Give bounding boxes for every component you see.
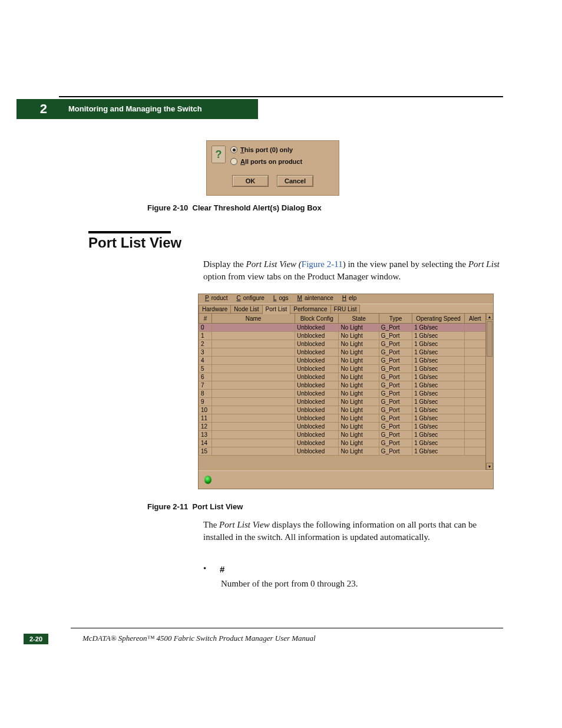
cell: Unblocked xyxy=(295,390,338,398)
cell: G_Port xyxy=(379,348,412,357)
cell: 0 xyxy=(199,324,212,332)
cell: Unblocked xyxy=(295,447,338,456)
question-icon: ? xyxy=(211,146,226,163)
cell: No Light xyxy=(339,357,379,365)
cell xyxy=(464,431,485,439)
port-table-area: # Name Block Config State Type Operating… xyxy=(199,313,493,470)
radio-all-ports[interactable]: All ports on product xyxy=(230,158,302,165)
table-row[interactable]: 13UnblockedNo LightG_Port1 Gb/sec xyxy=(199,431,486,439)
cell: 1 Gb/sec xyxy=(412,414,465,423)
tab-fru-list[interactable]: FRU List xyxy=(330,305,361,314)
tab-hardware[interactable]: Hardware xyxy=(199,305,231,314)
cell: 6 xyxy=(199,373,212,381)
cell xyxy=(464,439,485,447)
cell: G_Port xyxy=(379,431,412,439)
table-row[interactable]: 0UnblockedNo LightG_Port1 Gb/sec xyxy=(199,324,486,332)
tab-node-list[interactable]: Node List xyxy=(230,305,262,314)
cell: G_Port xyxy=(379,324,412,332)
figure-2-10-caption: Figure 2-10 Clear Threshold Alert(s) Dia… xyxy=(147,203,322,212)
cell: Unblocked xyxy=(295,357,338,365)
tab-performance[interactable]: Performance xyxy=(290,305,330,314)
menu-product[interactable]: Product xyxy=(200,295,230,303)
radio-this-port[interactable]: This port (0) only xyxy=(230,146,293,153)
table-row[interactable]: 14UnblockedNo LightG_Port1 Gb/sec xyxy=(199,439,486,447)
cell: 1 Gb/sec xyxy=(412,373,465,381)
cell: 1 Gb/sec xyxy=(412,423,465,431)
cell xyxy=(464,365,485,373)
table-row[interactable]: 7UnblockedNo LightG_Port1 Gb/sec xyxy=(199,381,486,390)
table-row[interactable]: 5UnblockedNo LightG_Port1 Gb/sec xyxy=(199,365,486,373)
section-heading: Port List View xyxy=(88,235,181,251)
col-alert[interactable]: Alert xyxy=(464,314,485,324)
col-operating-speed[interactable]: Operating Speed xyxy=(412,314,465,324)
menu-maintenance[interactable]: Maintenance xyxy=(293,295,336,303)
cell: 1 Gb/sec xyxy=(412,447,465,456)
cell xyxy=(464,381,485,390)
table-row[interactable]: 2UnblockedNo LightG_Port1 Gb/sec xyxy=(199,340,486,348)
table-row[interactable]: 12UnblockedNo LightG_Port1 Gb/sec xyxy=(199,423,486,431)
cell: Unblocked xyxy=(295,373,338,381)
cell: Unblocked xyxy=(295,398,338,406)
cell: No Light xyxy=(339,439,379,447)
cell: 1 Gb/sec xyxy=(412,381,465,390)
table-row[interactable]: 1UnblockedNo LightG_Port1 Gb/sec xyxy=(199,332,486,340)
table-row[interactable]: 15UnblockedNo LightG_Port1 Gb/sec xyxy=(199,447,486,456)
figure-2-10-image: ? This port (0) only All ports on produc… xyxy=(206,140,339,196)
menu-configure[interactable]: Configure xyxy=(232,295,266,303)
menu-logs[interactable]: Logs xyxy=(269,295,291,303)
cell: Unblocked xyxy=(295,423,338,431)
table-row[interactable]: 10UnblockedNo LightG_Port1 Gb/sec xyxy=(199,406,486,414)
cell: No Light xyxy=(339,431,379,439)
table-row[interactable]: 11UnblockedNo LightG_Port1 Gb/sec xyxy=(199,414,486,423)
cell: 1 Gb/sec xyxy=(412,324,465,332)
table-row[interactable]: 9UnblockedNo LightG_Port1 Gb/sec xyxy=(199,398,486,406)
table-row[interactable]: 6UnblockedNo LightG_Port1 Gb/sec xyxy=(199,373,486,381)
table-row[interactable]: 8UnblockedNo LightG_Port1 Gb/sec xyxy=(199,390,486,398)
figure-2-11-link[interactable]: Figure 2-11 xyxy=(302,259,343,269)
port-list-view-window: Product Configure Logs Maintenance Help … xyxy=(198,294,494,489)
cell xyxy=(212,381,295,390)
cell: 1 Gb/sec xyxy=(412,365,465,373)
cell: G_Port xyxy=(379,373,412,381)
cell: G_Port xyxy=(379,332,412,340)
figure-2-11-image: Product Configure Logs Maintenance Help … xyxy=(198,294,494,489)
col-state[interactable]: State xyxy=(339,314,379,324)
cell: 1 Gb/sec xyxy=(412,431,465,439)
scroll-up-icon[interactable]: ▴ xyxy=(486,313,493,320)
cell: 4 xyxy=(199,357,212,365)
cell: G_Port xyxy=(379,365,412,373)
cell: Unblocked xyxy=(295,365,338,373)
menu-help[interactable]: Help xyxy=(338,295,359,303)
chapter-tab: 2 xyxy=(16,99,52,119)
ok-button[interactable]: OK xyxy=(232,175,269,187)
cell: No Light xyxy=(339,365,379,373)
col-num[interactable]: # xyxy=(199,314,212,324)
cell: G_Port xyxy=(379,340,412,348)
cell: G_Port xyxy=(379,406,412,414)
table-row[interactable]: 3UnblockedNo LightG_Port1 Gb/sec xyxy=(199,348,486,357)
clear-threshold-dialog: ? This port (0) only All ports on produc… xyxy=(206,140,339,196)
paragraph-1: Display the Port List View (Figure 2-11)… xyxy=(203,258,504,282)
status-bar xyxy=(199,470,493,489)
table-row[interactable]: 4UnblockedNo LightG_Port1 Gb/sec xyxy=(199,357,486,365)
cell xyxy=(212,340,295,348)
cell: 15 xyxy=(199,447,212,456)
scroll-thumb[interactable] xyxy=(487,321,492,357)
cell: 11 xyxy=(199,414,212,423)
chapter-title-bar: Monitoring and Managing the Switch xyxy=(52,99,258,119)
col-type[interactable]: Type xyxy=(379,314,412,324)
scroll-down-icon[interactable]: ▾ xyxy=(486,463,493,470)
cell xyxy=(212,365,295,373)
cell xyxy=(212,357,295,365)
paragraph-2: The Port List View displays the followin… xyxy=(203,519,504,543)
cell: G_Port xyxy=(379,381,412,390)
vertical-scrollbar[interactable]: ▴ ▾ xyxy=(485,313,493,470)
tab-port-list[interactable]: Port List xyxy=(262,305,291,314)
cancel-button[interactable]: Cancel xyxy=(277,175,313,187)
cell xyxy=(464,373,485,381)
cell xyxy=(212,348,295,357)
cell: 1 Gb/sec xyxy=(412,439,465,447)
cell: No Light xyxy=(339,324,379,332)
col-block-config[interactable]: Block Config xyxy=(295,314,338,324)
col-name[interactable]: Name xyxy=(212,314,295,324)
